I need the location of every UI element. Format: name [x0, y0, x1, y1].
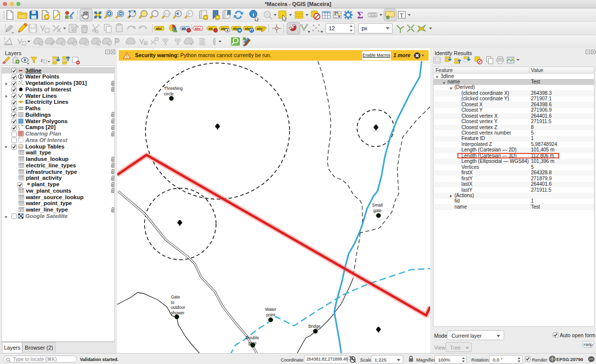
svg-text:i: i — [252, 11, 254, 17]
svg-text:circle: circle — [164, 91, 174, 96]
svg-text:Double: Double — [246, 335, 259, 340]
svg-text:ab: ab — [182, 27, 186, 30]
svg-text:1:1: 1:1 — [165, 12, 169, 15]
svg-text:Threshing: Threshing — [164, 86, 183, 91]
svg-text:12: 12 — [329, 25, 335, 31]
svg-text:Water: Water — [265, 307, 277, 312]
svg-text:ε: ε — [41, 57, 43, 64]
svg-text:outdoor: outdoor — [171, 305, 185, 310]
svg-text:gate: gate — [373, 208, 382, 213]
svg-text:shower: shower — [171, 310, 185, 315]
svg-text:T: T — [400, 12, 404, 19]
svg-text:141592: 141592 — [370, 14, 376, 17]
svg-text:abc: abc — [156, 27, 162, 30]
svg-text:point: point — [266, 312, 276, 317]
svg-text:Small: Small — [372, 203, 382, 208]
svg-text:Gate: Gate — [171, 294, 180, 299]
svg-text:to: to — [171, 300, 174, 305]
svg-text:Bridge: Bridge — [308, 324, 321, 329]
svg-text:x: x — [97, 42, 99, 45]
svg-text:Σ: Σ — [357, 10, 363, 20]
svg-text:abc: abc — [195, 27, 201, 30]
svg-text:ab: ab — [209, 27, 213, 30]
svg-text:px: px — [362, 25, 368, 31]
svg-text:gate: gate — [248, 341, 257, 346]
svg-text:x: x — [108, 42, 110, 45]
